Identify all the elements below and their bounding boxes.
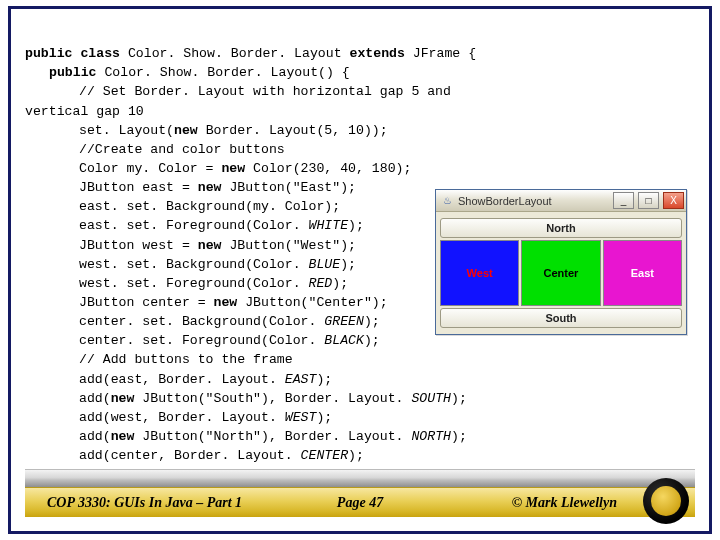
footer-divider xyxy=(25,469,695,487)
code-text: add(center, Border. Layout. xyxy=(79,448,301,463)
code-text: east. set. Background(my. Color); xyxy=(79,199,340,214)
code-text: RED xyxy=(309,276,333,291)
north-button[interactable]: North xyxy=(440,218,682,238)
code-text: JButton("West"); xyxy=(229,238,356,253)
code-text: WHITE xyxy=(309,218,349,233)
code-text: ); xyxy=(451,391,467,406)
code-text: JButton("South"), Border. Layout. xyxy=(142,391,411,406)
code-text: public xyxy=(49,65,104,80)
code-text: new xyxy=(111,391,143,406)
code-text: new xyxy=(198,238,230,253)
code-text: set. Layout( xyxy=(79,123,174,138)
code-text: add(west, Border. Layout. xyxy=(79,410,285,425)
code-text: JButton center = xyxy=(79,295,214,310)
swing-middle-row: West Center East xyxy=(440,240,682,306)
code-text: new xyxy=(198,180,230,195)
code-text: BLUE xyxy=(309,257,341,272)
code-text: GREEN xyxy=(324,314,364,329)
minimize-button[interactable]: _ xyxy=(613,192,634,209)
code-text: east. set. Foreground(Color. xyxy=(79,218,309,233)
code-text: ); xyxy=(340,257,356,272)
code-text: CENTER xyxy=(301,448,348,463)
code-text: ); xyxy=(348,218,364,233)
west-button[interactable]: West xyxy=(440,240,519,306)
code-text: center. set. Foreground(Color. xyxy=(79,333,324,348)
code-text: add(east, Border. Layout. xyxy=(79,372,285,387)
code-text: Border. Layout(5, 10)); xyxy=(206,123,388,138)
code-text: ); xyxy=(364,333,380,348)
code-text: JButton east = xyxy=(79,180,198,195)
code-text: Color. Show. Border. Layout() { xyxy=(104,65,349,80)
code-text: // Set Border. Layout with horizontal ga… xyxy=(79,84,451,99)
java-icon: ♨ xyxy=(440,194,454,208)
code-text: center. set. Background(Color. xyxy=(79,314,324,329)
footer-page: Page 47 xyxy=(337,495,383,511)
slide-frame: public class Color. Show. Border. Layout… xyxy=(8,6,712,534)
south-button[interactable]: South xyxy=(440,308,682,328)
code-text: Color(230, 40, 180); xyxy=(253,161,411,176)
swing-body: North West Center East South xyxy=(436,212,686,334)
ucf-logo-icon xyxy=(643,478,689,524)
code-text: ); xyxy=(451,429,467,444)
code-text: vertical gap 10 xyxy=(25,104,144,119)
code-text: west. set. Foreground(Color. xyxy=(79,276,309,291)
code-text: SOUTH xyxy=(411,391,451,406)
code-text: west. set. Background(Color. xyxy=(79,257,309,272)
code-text: add( xyxy=(79,429,111,444)
code-text: extends xyxy=(349,46,412,61)
code-text: JButton("East"); xyxy=(229,180,356,195)
code-text: ); xyxy=(348,448,364,463)
code-text: Color my. Color = xyxy=(79,161,221,176)
code-text: ); xyxy=(316,410,332,425)
code-text: JButton("Center"); xyxy=(245,295,387,310)
code-text: ); xyxy=(332,276,348,291)
code-text: new xyxy=(111,429,143,444)
code-text: NORTH xyxy=(411,429,451,444)
code-text: JButton west = xyxy=(79,238,198,253)
footer-course: COP 3330: GUIs In Java – Part 1 xyxy=(47,495,242,511)
maximize-button[interactable]: □ xyxy=(638,192,659,209)
code-text: EAST xyxy=(285,372,317,387)
code-text: WEST xyxy=(285,410,317,425)
code-text: new xyxy=(174,123,206,138)
swing-window: ♨ ShowBorderLayout _ □ X North West Cent… xyxy=(435,189,687,335)
footer-author: © Mark Llewellyn xyxy=(512,495,617,511)
code-text: JButton("North"), Border. Layout. xyxy=(142,429,411,444)
code-text: ); xyxy=(316,372,332,387)
footer-content: COP 3330: GUIs In Java – Part 1 Page 47 … xyxy=(25,487,695,517)
close-button[interactable]: X xyxy=(663,192,684,209)
code-text: add( xyxy=(79,391,111,406)
slide-footer: COP 3330: GUIs In Java – Part 1 Page 47 … xyxy=(25,469,695,517)
code-text: ); xyxy=(364,314,380,329)
center-button[interactable]: Center xyxy=(521,240,600,306)
code-text: BLACK xyxy=(324,333,364,348)
code-text: new xyxy=(221,161,253,176)
code-text: JFrame { xyxy=(413,46,476,61)
code-text: //Create and color buttons xyxy=(79,142,285,157)
swing-titlebar[interactable]: ♨ ShowBorderLayout _ □ X xyxy=(436,190,686,212)
east-button[interactable]: East xyxy=(603,240,682,306)
code-text: // Add buttons to the frame xyxy=(79,352,293,367)
code-text: public class xyxy=(25,46,128,61)
swing-title: ShowBorderLayout xyxy=(458,195,609,207)
code-text: Color. Show. Border. Layout xyxy=(128,46,350,61)
code-text: new xyxy=(214,295,246,310)
